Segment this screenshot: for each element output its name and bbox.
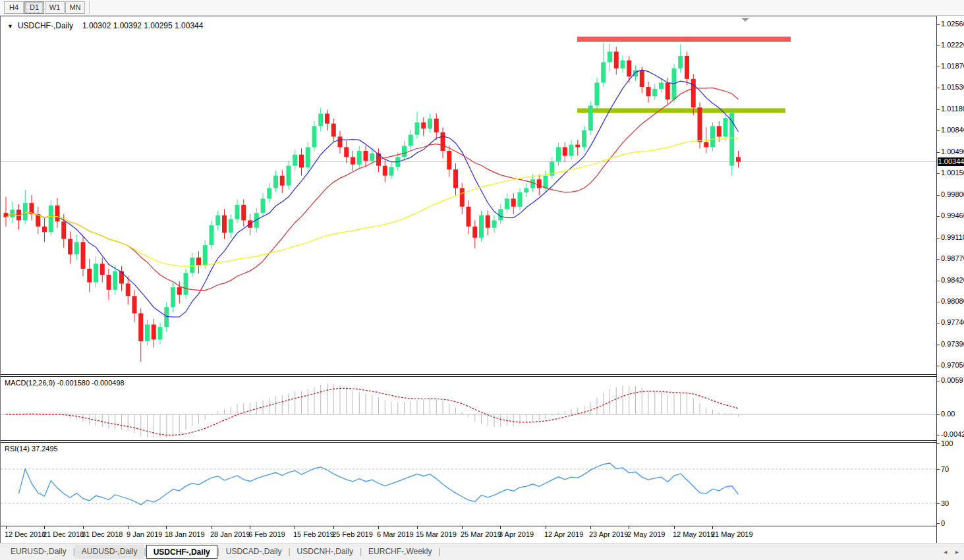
candle[interactable] — [685, 51, 689, 85]
candle[interactable] — [460, 183, 465, 214]
candle[interactable] — [646, 82, 651, 103]
candle[interactable] — [4, 197, 9, 227]
tab-eurchf[interactable]: EURCHF-,Weekly — [362, 545, 438, 559]
candle[interactable] — [633, 65, 638, 81]
candle[interactable] — [415, 112, 420, 138]
candle[interactable] — [338, 131, 343, 154]
candle[interactable] — [16, 204, 21, 230]
candle[interactable] — [267, 183, 271, 203]
candle[interactable] — [518, 188, 523, 210]
candle[interactable] — [550, 157, 554, 179]
candle[interactable] — [299, 148, 304, 175]
candle[interactable] — [318, 107, 323, 131]
candle[interactable] — [428, 114, 432, 132]
candle[interactable] — [49, 200, 53, 236]
candle[interactable] — [107, 269, 111, 300]
tab-usdchf[interactable]: USDCHF-,Daily — [146, 545, 217, 559]
candle[interactable] — [575, 140, 580, 155]
candle[interactable] — [132, 290, 137, 322]
candle[interactable] — [492, 215, 497, 233]
candle[interactable] — [293, 150, 297, 171]
candle[interactable] — [710, 123, 715, 151]
candle[interactable] — [608, 43, 612, 71]
candle[interactable] — [563, 142, 567, 162]
candle[interactable] — [569, 140, 574, 159]
candle[interactable] — [158, 323, 163, 345]
timeframe-button-d1[interactable]: D1 — [24, 1, 44, 14]
candle[interactable] — [280, 170, 285, 193]
candle[interactable] — [582, 126, 586, 151]
candle[interactable] — [190, 252, 194, 277]
candle[interactable] — [235, 199, 240, 223]
candle[interactable] — [344, 141, 349, 163]
candle[interactable] — [479, 210, 484, 241]
candle[interactable] — [229, 214, 233, 238]
candle[interactable] — [736, 151, 741, 167]
candle[interactable] — [678, 44, 683, 72]
candle[interactable] — [30, 195, 34, 221]
candle[interactable] — [10, 202, 14, 223]
candle[interactable] — [306, 142, 310, 172]
candle[interactable] — [698, 103, 702, 149]
candle[interactable] — [210, 220, 214, 249]
candle[interactable] — [74, 235, 79, 260]
candle[interactable] — [273, 171, 278, 192]
candle[interactable] — [312, 121, 317, 151]
candle[interactable] — [184, 269, 188, 298]
tab-eurusd[interactable]: EURUSD-,Daily — [4, 545, 73, 559]
candle[interactable] — [325, 110, 329, 130]
candle[interactable] — [498, 204, 503, 224]
candle[interactable] — [601, 43, 606, 87]
candle[interactable] — [595, 78, 600, 110]
candle[interactable] — [556, 143, 561, 166]
candle[interactable] — [119, 266, 124, 291]
candle[interactable] — [357, 146, 362, 168]
candle[interactable] — [254, 208, 259, 233]
candle[interactable] — [222, 209, 227, 238]
candle[interactable] — [524, 183, 528, 197]
candle[interactable] — [87, 259, 92, 293]
candle[interactable] — [364, 146, 368, 167]
tab-scroll-left-icon[interactable]: ◂ — [944, 548, 947, 555]
candle[interactable] — [621, 55, 625, 72]
tab-usdcad[interactable]: USDCAD-,Daily — [219, 545, 289, 559]
candle[interactable] — [331, 119, 336, 142]
timeframe-button-w1[interactable]: W1 — [45, 1, 65, 14]
tab-scroll-right-icon[interactable]: ▸ — [955, 548, 959, 555]
candle[interactable] — [23, 190, 28, 224]
candle[interactable] — [138, 308, 143, 362]
candle[interactable] — [588, 101, 593, 135]
timeframe-button-h4[interactable]: H4 — [4, 1, 24, 14]
candle[interactable] — [453, 163, 458, 196]
tab-usdcnh[interactable]: USDCNH-,Daily — [291, 545, 360, 559]
candle[interactable] — [203, 240, 208, 269]
candle[interactable] — [100, 258, 105, 283]
candle[interactable] — [287, 161, 291, 189]
candle[interactable] — [652, 84, 657, 99]
candle[interactable] — [215, 210, 220, 230]
candle[interactable] — [81, 237, 86, 276]
main-chart-canvas[interactable] — [1, 16, 936, 374]
candle[interactable] — [42, 218, 47, 242]
candle[interactable] — [402, 141, 407, 161]
candle[interactable] — [94, 256, 98, 287]
candle[interactable] — [68, 231, 72, 264]
chart-shift-marker-icon[interactable] — [741, 18, 749, 22]
candle[interactable] — [434, 114, 439, 140]
candle[interactable] — [55, 198, 60, 228]
candle[interactable] — [389, 162, 394, 179]
candle[interactable] — [177, 281, 182, 304]
rsi-pane-canvas[interactable] — [1, 443, 936, 526]
candle[interactable] — [729, 109, 734, 176]
candle[interactable] — [723, 114, 728, 141]
candle[interactable] — [614, 47, 619, 74]
candle[interactable] — [164, 302, 169, 332]
candle[interactable] — [196, 251, 201, 273]
candle[interactable] — [36, 207, 40, 234]
candle[interactable] — [511, 193, 516, 214]
timeframe-button-mn[interactable]: MN — [65, 1, 85, 14]
resistance-line[interactable] — [577, 37, 791, 42]
candle[interactable] — [472, 220, 477, 248]
candle[interactable] — [421, 117, 426, 136]
candle[interactable] — [505, 194, 509, 213]
